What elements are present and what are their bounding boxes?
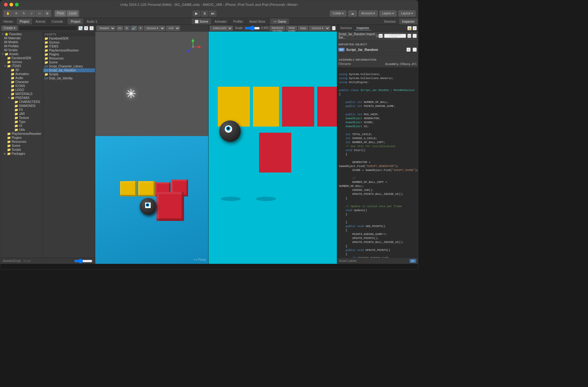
- fx-item[interactable]: 📁 FX: [0, 108, 43, 112]
- local-button[interactable]: Local: [67, 10, 78, 17]
- inspector-code-area[interactable]: using System.Collections; using System.C…: [337, 67, 418, 258]
- tab-audio[interactable]: Audio 1: [84, 18, 100, 25]
- game-resolution-dropdown[interactable]: 1080x1920: [210, 26, 233, 31]
- scale-slider[interactable]: [245, 27, 260, 29]
- cloud-button[interactable]: ☁: [348, 10, 357, 17]
- prefabs-item[interactable]: ▼ 📁 PREFABS: [0, 96, 43, 100]
- effects-button[interactable]: ✦: [138, 26, 143, 31]
- diamonds-item[interactable]: 📁 DIAMONDS: [0, 104, 43, 108]
- hand-tool-button[interactable]: ✋: [4, 10, 12, 17]
- all-materials-item[interactable]: All Materials: [0, 36, 43, 40]
- game-gizmos-dropdown[interactable]: Gizmos ▾: [309, 26, 330, 31]
- pause-button[interactable]: ⏸: [201, 10, 208, 17]
- jar-item[interactable]: 📁 JAR: [0, 112, 43, 116]
- transform-tool-button[interactable]: ⊞: [44, 10, 51, 17]
- lighting-button[interactable]: ☀: [124, 26, 130, 31]
- asset-resources[interactable]: 📁 Resources: [43, 56, 95, 60]
- assets-root[interactable]: ▼ 📁 Assets: [0, 52, 43, 56]
- gizmos-item[interactable]: 📁 Gizmos: [0, 60, 43, 64]
- asset-scene[interactable]: 📁 Scene: [43, 60, 95, 64]
- mute-audio-button[interactable]: Mute Audio: [286, 26, 297, 31]
- shading-dropdown[interactable]: Shaded: [96, 26, 115, 31]
- all-prefabs-item[interactable]: All Prefabs: [0, 44, 43, 48]
- step-button[interactable]: ⏭: [209, 10, 217, 17]
- maximize-on-play-button[interactable]: Maximize On Play: [270, 26, 285, 31]
- minimize-button[interactable]: [9, 3, 13, 6]
- logo-item[interactable]: 📁 LOGO: [0, 88, 43, 92]
- tab-services[interactable]: Services: [381, 18, 399, 25]
- items-item[interactable]: ▼ 📁 ITEMS: [0, 64, 43, 68]
- scripts-item[interactable]: 📁 Scripts: [0, 148, 43, 152]
- options-icon[interactable]: ≡: [89, 26, 94, 30]
- rect-tool-button[interactable]: ▭: [36, 10, 43, 17]
- layers-dropdown[interactable]: Layers ▾: [379, 10, 397, 17]
- layout-dropdown[interactable]: Layout ▾: [398, 10, 416, 17]
- project-search-input[interactable]: [19, 26, 77, 31]
- scale-tool-button[interactable]: ⤢: [28, 10, 35, 17]
- script-more-icon[interactable]: ⋮: [413, 47, 417, 52]
- gizmos-dropdown[interactable]: Gizmos ▾: [144, 26, 165, 31]
- asset-items[interactable]: 📁 ITEMS: [43, 44, 95, 48]
- facebooksdk-item[interactable]: 📁 FacebookSDK: [0, 56, 43, 60]
- open-button[interactable]: Open...: [379, 34, 383, 38]
- ui-item[interactable]: 📁 UI: [0, 124, 43, 128]
- tab-animat[interactable]: Animat: [32, 18, 48, 25]
- resources-item[interactable]: 📁 Resources: [0, 140, 43, 144]
- materials-item[interactable]: 📁 MATERIALS: [0, 92, 43, 96]
- filter-icon[interactable]: ▼: [84, 26, 88, 30]
- tab-game[interactable]: 🎮 Game: [270, 18, 289, 25]
- stats-button[interactable]: Stats: [298, 26, 308, 31]
- all-models-item[interactable]: All Models: [0, 40, 43, 44]
- audio-item[interactable]: 📁 Audio: [0, 76, 43, 80]
- move-tool-button[interactable]: ✛: [13, 10, 20, 17]
- settings-icon[interactable]: ⚙: [407, 34, 411, 38]
- animation-item[interactable]: 📁 Animation: [0, 72, 43, 76]
- close-button[interactable]: [4, 3, 8, 6]
- asset-gizmos[interactable]: 📁 Gizmos: [43, 40, 95, 44]
- tab-inspector[interactable]: Inspector: [399, 18, 418, 25]
- tab-console[interactable]: Console: [48, 18, 66, 25]
- asset-playservices[interactable]: 📁 PlayServicesResolver: [43, 48, 95, 52]
- play-services-item[interactable]: 📁 PlayServicesResolver: [0, 132, 43, 136]
- asset-plugins[interactable]: 📁 Plugins: [43, 52, 95, 56]
- plugins-item[interactable]: 📁 Plugins: [0, 136, 43, 140]
- favorites-section[interactable]: ▼ ⭐ Favorites: [0, 32, 43, 36]
- pivot-button[interactable]: Pivot: [55, 10, 66, 17]
- typo-item[interactable]: 📁 Typo: [0, 120, 43, 124]
- asset-facebooksdk[interactable]: 📁 FacebookSDK: [43, 36, 95, 40]
- tab-profiler[interactable]: Profiler: [230, 18, 247, 25]
- tab-project[interactable]: Project: [17, 18, 32, 25]
- services-tab-right[interactable]: Services: [338, 26, 354, 30]
- inspector-more-icon[interactable]: ⋮: [413, 34, 417, 38]
- 2d-button[interactable]: 2D: [116, 26, 123, 31]
- asset-labels-button[interactable]: 🏷: [409, 259, 416, 263]
- all-scripts-item[interactable]: All Scripts: [0, 48, 43, 52]
- zoom-slider[interactable]: [74, 260, 92, 262]
- execution-order-button[interactable]: Execution Order...: [384, 34, 406, 38]
- icons-item[interactable]: 📁 ICONS: [0, 84, 43, 88]
- asset-script-char-lib[interactable]: C# Script_Character_Library: [43, 64, 95, 68]
- all-dropdown[interactable]: ≡All: [166, 26, 180, 31]
- search-icon[interactable]: 🔍: [78, 26, 83, 30]
- asset-script-jar-random[interactable]: C# Script_Jar_Random: [43, 68, 95, 72]
- maximize-button[interactable]: [15, 3, 19, 6]
- character-item[interactable]: 📁 Character: [0, 80, 43, 84]
- asset-scripts-folder[interactable]: 📁 Scripts: [43, 72, 95, 76]
- inspector-tab-right[interactable]: Inspector: [355, 26, 371, 30]
- game-canvas[interactable]: [209, 32, 337, 264]
- 3d-item[interactable]: 📁 3D: [0, 68, 43, 72]
- tab-scene[interactable]: ⬜ Scene: [192, 18, 211, 25]
- account-dropdown[interactable]: Account ▾: [359, 10, 378, 17]
- inspector-lock-icon[interactable]: 🔒: [407, 26, 412, 30]
- scene-item[interactable]: 📁 Scene: [0, 144, 43, 148]
- rotate-tool-button[interactable]: ↻: [21, 10, 27, 17]
- utils-item[interactable]: 📁 Utils: [0, 128, 43, 132]
- characters-item[interactable]: 📁 CHARACTERS: [0, 100, 43, 104]
- script-settings-icon[interactable]: ⚙: [406, 47, 411, 52]
- collab-button[interactable]: Collab ▾: [330, 10, 346, 17]
- inspector-options-icon[interactable]: ≡: [413, 26, 417, 30]
- play-button[interactable]: ▶: [193, 10, 200, 17]
- window-controls[interactable]: [4, 3, 19, 6]
- texture-item[interactable]: 📁 Texture: [0, 116, 43, 120]
- audio-scene-button[interactable]: 🔊: [130, 26, 137, 31]
